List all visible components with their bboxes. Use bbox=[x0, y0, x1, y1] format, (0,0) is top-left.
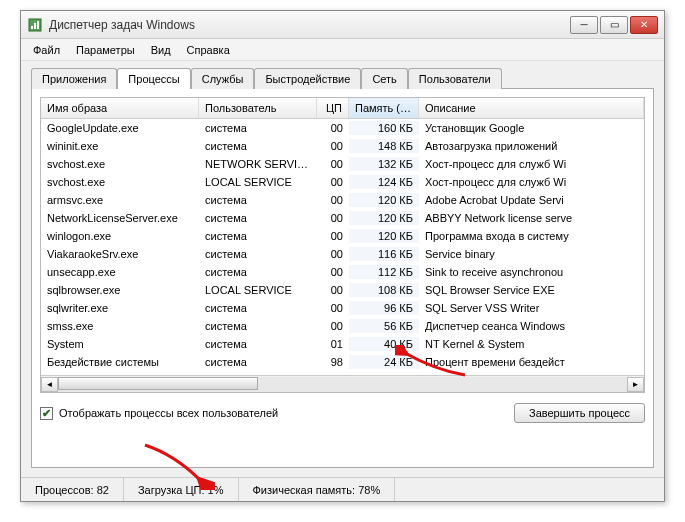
scroll-thumb[interactable] bbox=[58, 377, 258, 390]
svg-rect-2 bbox=[34, 23, 36, 29]
cell-user: система bbox=[199, 121, 317, 135]
cell-image: Бездействие системы bbox=[41, 355, 199, 369]
scroll-right-button[interactable]: ► bbox=[627, 377, 644, 392]
tab-processes[interactable]: Процессы bbox=[117, 68, 190, 89]
cell-image: unsecapp.exe bbox=[41, 265, 199, 279]
horizontal-scrollbar[interactable]: ◄ ► bbox=[41, 375, 644, 392]
table-row[interactable]: svchost.exeNETWORK SERVICE00132 КБХост-п… bbox=[41, 155, 644, 173]
tab-users[interactable]: Пользователи bbox=[408, 68, 502, 89]
cell-image: wininit.exe bbox=[41, 139, 199, 153]
table-row[interactable]: ViakaraokeSrv.exeсистема00116 КБService … bbox=[41, 245, 644, 263]
cell-image: ViakaraokeSrv.exe bbox=[41, 247, 199, 261]
cell-description: Диспетчер сеанса Windows bbox=[419, 319, 644, 333]
cell-cpu: 00 bbox=[317, 121, 349, 135]
table-row[interactable]: unsecapp.exeсистема00112 КБSink to recei… bbox=[41, 263, 644, 281]
process-table: Имя образа Пользователь ЦП Память (ч... … bbox=[40, 97, 645, 393]
cell-user: система bbox=[199, 337, 317, 351]
cell-description: SQL Server VSS Writer bbox=[419, 301, 644, 315]
cell-memory: 120 КБ bbox=[349, 193, 419, 207]
minimize-button[interactable]: ─ bbox=[570, 16, 598, 34]
table-row[interactable]: sqlbrowser.exeLOCAL SERVICE00108 КБSQL B… bbox=[41, 281, 644, 299]
cell-user: система bbox=[199, 247, 317, 261]
cell-memory: 40 КБ bbox=[349, 337, 419, 351]
cell-memory: 24 КБ bbox=[349, 355, 419, 369]
checkbox-box-icon: ✔ bbox=[40, 407, 53, 420]
titlebar[interactable]: Диспетчер задач Windows ─ ▭ ✕ bbox=[21, 11, 664, 39]
cell-description: ABBYY Network license serve bbox=[419, 211, 644, 225]
cell-image: svchost.exe bbox=[41, 175, 199, 189]
menu-help[interactable]: Справка bbox=[181, 42, 236, 58]
cell-description: Процент времени бездейст bbox=[419, 355, 644, 369]
show-all-users-checkbox[interactable]: ✔ Отображать процессы всех пользователей bbox=[40, 407, 278, 420]
scroll-left-button[interactable]: ◄ bbox=[41, 377, 58, 392]
column-cpu[interactable]: ЦП bbox=[317, 98, 349, 118]
menu-options[interactable]: Параметры bbox=[70, 42, 141, 58]
cell-image: System bbox=[41, 337, 199, 351]
tab-panel-processes: Имя образа Пользователь ЦП Память (ч... … bbox=[31, 88, 654, 468]
cell-memory: 132 КБ bbox=[349, 157, 419, 171]
column-memory[interactable]: Память (ч... bbox=[349, 98, 419, 118]
maximize-button[interactable]: ▭ bbox=[600, 16, 628, 34]
svg-rect-3 bbox=[37, 21, 39, 29]
cell-memory: 124 КБ bbox=[349, 175, 419, 189]
column-image-name[interactable]: Имя образа bbox=[41, 98, 199, 118]
cell-cpu: 00 bbox=[317, 157, 349, 171]
table-row[interactable]: NetworkLicenseServer.exeсистема00120 КБA… bbox=[41, 209, 644, 227]
cell-description: Установщик Google bbox=[419, 121, 644, 135]
table-row[interactable]: GoogleUpdate.exeсистема00160 КБУстановщи… bbox=[41, 119, 644, 137]
cell-user: LOCAL SERVICE bbox=[199, 283, 317, 297]
cell-cpu: 00 bbox=[317, 319, 349, 333]
cell-cpu: 00 bbox=[317, 193, 349, 207]
cell-cpu: 00 bbox=[317, 247, 349, 261]
tab-network[interactable]: Сеть bbox=[361, 68, 407, 89]
table-row[interactable]: armsvc.exeсистема00120 КБAdobe Acrobat U… bbox=[41, 191, 644, 209]
cell-user: NETWORK SERVICE bbox=[199, 157, 317, 171]
cell-image: winlogon.exe bbox=[41, 229, 199, 243]
scroll-track[interactable] bbox=[58, 377, 627, 392]
table-row[interactable]: sqlwriter.exeсистема0096 КБSQL Server VS… bbox=[41, 299, 644, 317]
status-processes: Процессов: 82 bbox=[21, 478, 124, 501]
cell-memory: 120 КБ bbox=[349, 229, 419, 243]
statusbar: Процессов: 82 Загрузка ЦП: 1% Физическая… bbox=[21, 477, 664, 501]
tab-services[interactable]: Службы bbox=[191, 68, 255, 89]
menu-file[interactable]: Файл bbox=[27, 42, 66, 58]
cell-cpu: 00 bbox=[317, 301, 349, 315]
cell-description: Хост-процесс для служб Wi bbox=[419, 175, 644, 189]
cell-cpu: 01 bbox=[317, 337, 349, 351]
tab-strip: Приложения Процессы Службы Быстродействи… bbox=[21, 61, 664, 88]
cell-user: система bbox=[199, 301, 317, 315]
checkbox-label: Отображать процессы всех пользователей bbox=[59, 407, 278, 419]
table-body[interactable]: GoogleUpdate.exeсистема00160 КБУстановщи… bbox=[41, 119, 644, 375]
cell-description: Автозагрузка приложений bbox=[419, 139, 644, 153]
table-row[interactable]: wininit.exeсистема00148 КБАвтозагрузка п… bbox=[41, 137, 644, 155]
cell-description: NT Kernel & System bbox=[419, 337, 644, 351]
app-icon bbox=[27, 17, 43, 33]
menu-view[interactable]: Вид bbox=[145, 42, 177, 58]
cell-description: Sink to receive asynchronou bbox=[419, 265, 644, 279]
table-row[interactable]: Бездействие системысистема9824 КБПроцент… bbox=[41, 353, 644, 371]
tab-performance[interactable]: Быстродействие bbox=[254, 68, 361, 89]
column-description[interactable]: Описание bbox=[419, 98, 644, 118]
cell-memory: 116 КБ bbox=[349, 247, 419, 261]
cell-cpu: 00 bbox=[317, 139, 349, 153]
table-row[interactable]: Systemсистема0140 КБNT Kernel & System bbox=[41, 335, 644, 353]
table-row[interactable]: smss.exeсистема0056 КБДиспетчер сеанса W… bbox=[41, 317, 644, 335]
end-process-button[interactable]: Завершить процесс bbox=[514, 403, 645, 423]
cell-image: armsvc.exe bbox=[41, 193, 199, 207]
cell-user: система bbox=[199, 139, 317, 153]
cell-description: Service binary bbox=[419, 247, 644, 261]
cell-user: система bbox=[199, 229, 317, 243]
window-title: Диспетчер задач Windows bbox=[49, 18, 570, 32]
close-button[interactable]: ✕ bbox=[630, 16, 658, 34]
cell-cpu: 00 bbox=[317, 229, 349, 243]
cell-user: система bbox=[199, 265, 317, 279]
cell-user: система bbox=[199, 355, 317, 369]
cell-image: sqlwriter.exe bbox=[41, 301, 199, 315]
svg-rect-1 bbox=[31, 26, 33, 29]
cell-image: NetworkLicenseServer.exe bbox=[41, 211, 199, 225]
table-row[interactable]: svchost.exeLOCAL SERVICE00124 КБХост-про… bbox=[41, 173, 644, 191]
cell-user: LOCAL SERVICE bbox=[199, 175, 317, 189]
column-user[interactable]: Пользователь bbox=[199, 98, 317, 118]
tab-applications[interactable]: Приложения bbox=[31, 68, 117, 89]
table-row[interactable]: winlogon.exeсистема00120 КБПрограмма вхо… bbox=[41, 227, 644, 245]
